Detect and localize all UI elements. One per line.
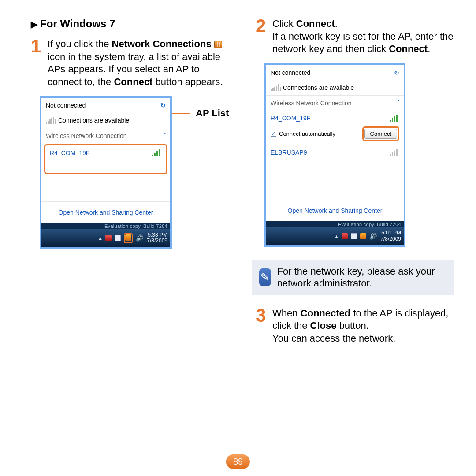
tray-chevron-icon[interactable]: ▴ — [335, 233, 338, 240]
tray-action-center-icon[interactable] — [342, 233, 348, 239]
ap-list-highlight: R4_COM_19F — [44, 144, 167, 174]
ap-list-label: AP List — [196, 108, 229, 119]
tray-power-icon[interactable] — [351, 233, 357, 239]
connect-row: ✓ Connect automatically Connect — [266, 126, 404, 145]
note-text: For the network key, please ask your net… — [277, 265, 447, 290]
connect-button-highlight: Connect — [362, 126, 399, 141]
connect-automatically-checkbox[interactable]: ✓ Connect automatically — [271, 130, 335, 137]
open-network-center-link[interactable]: Open Network and Sharing Center — [41, 201, 170, 223]
refresh-icon[interactable]: ↻ — [160, 102, 166, 109]
tray-volume-icon[interactable]: 🔊 — [369, 233, 377, 240]
refresh-icon[interactable]: ↻ — [394, 69, 399, 76]
signal-icon — [46, 117, 55, 124]
tray-network-highlight — [124, 233, 133, 243]
tray-network-icon[interactable] — [360, 233, 366, 239]
checkbox-checked-icon: ✓ — [271, 131, 276, 137]
tray-chevron-icon[interactable]: ▴ — [99, 234, 102, 242]
step-2-text: Click Connect. If a network key is set f… — [272, 18, 454, 56]
evaluation-strip: Evaluation copy. Build 7204 — [266, 221, 404, 227]
taskbar: ▴ 🔊 5:38 PM7/8/2009 — [41, 229, 170, 247]
tray-power-icon[interactable] — [115, 235, 121, 241]
signal-bars-icon — [152, 149, 162, 156]
not-connected-row: Not connected ↻ — [41, 98, 170, 113]
step-3-text: When Connected to the AP is displayed, c… — [272, 307, 454, 345]
chevron-up-icon[interactable]: ˆ — [397, 100, 399, 107]
step-1: 1 If you click the Network Connections i… — [31, 38, 229, 88]
step-2: 2 Click Connect. If a network key is set… — [256, 18, 454, 56]
section-header: Wireless Network Connection ˆ — [266, 95, 404, 111]
taskbar-clock[interactable]: 5:38 PM7/8/2009 — [147, 232, 167, 245]
signal-bars-weak-icon — [390, 149, 399, 156]
screenshot-1: Not connected ↻ Connections are availabl… — [40, 96, 229, 249]
section-heading: For Windows 7 — [31, 18, 229, 30]
step-1-text: If you click the Network Connections ico… — [48, 38, 229, 88]
ap-item-selected[interactable]: R4_COM_19F — [266, 111, 404, 126]
step-number-1: 1 — [31, 38, 45, 88]
taskbar: ▴ 🔊 6:01 PM7/8/2009 — [266, 227, 404, 245]
callout-line — [172, 113, 190, 114]
connect-button[interactable]: Connect — [364, 129, 397, 139]
signal-icon — [271, 84, 279, 91]
network-tray-icon — [214, 41, 222, 48]
section-header: Wireless Network Connection ˆ — [41, 128, 170, 143]
tray-action-center-icon[interactable] — [105, 235, 112, 241]
signal-bars-icon — [390, 115, 399, 122]
step-number-3: 3 — [256, 307, 270, 345]
step-3: 3 When Connected to the AP is displayed,… — [256, 307, 454, 345]
screenshot-2: Not connected ↻ Connections are availabl… — [264, 63, 454, 247]
connections-available-row: Connections are available — [266, 80, 404, 95]
tray-network-icon[interactable] — [125, 234, 131, 241]
tray-volume-icon[interactable]: 🔊 — [136, 234, 143, 242]
evaluation-strip: Evaluation copy. Build 7204 — [41, 223, 170, 229]
ap-item[interactable]: ELBRUSAP9 — [266, 145, 404, 160]
chevron-up-icon[interactable]: ˆ — [164, 132, 166, 139]
note-box: ✎ For the network key, please ask your n… — [252, 260, 454, 295]
page-number-badge: 89 — [226, 454, 250, 469]
taskbar-clock[interactable]: 6:01 PM7/8/2009 — [380, 230, 401, 242]
step-number-2: 2 — [256, 18, 270, 56]
ap-item[interactable]: R4_COM_19F — [45, 145, 166, 160]
not-connected-row: Not connected ↻ — [266, 65, 404, 80]
connections-available-row: Connections are available — [41, 113, 170, 128]
pencil-icon: ✎ — [259, 268, 271, 286]
open-network-center-link[interactable]: Open Network and Sharing Center — [266, 200, 404, 221]
